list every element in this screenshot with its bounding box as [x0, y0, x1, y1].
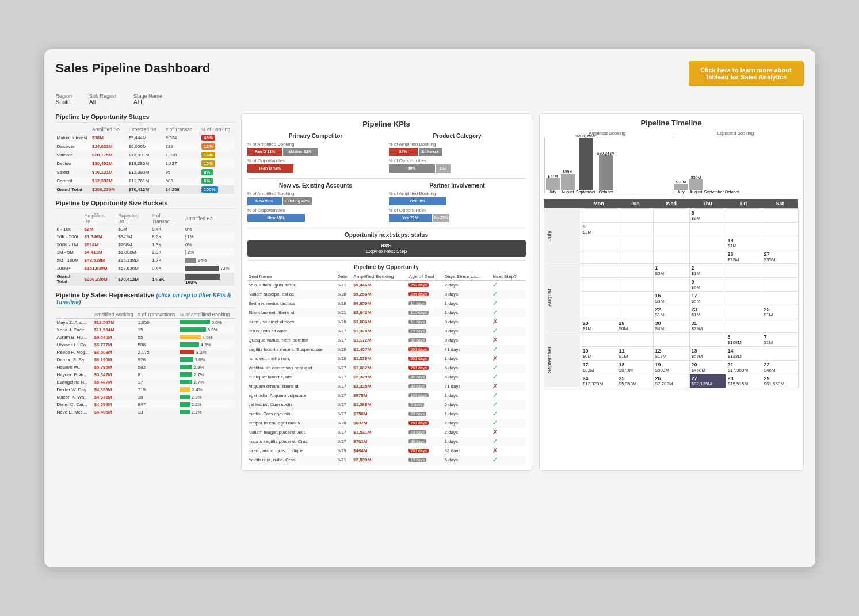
rep-name[interactable]: Reece P. Mcg...	[56, 349, 93, 356]
calendar-day	[762, 319, 798, 332]
top-bar: Sales Pipeline Dashboard Click here to l…	[56, 61, 804, 86]
region-filter[interactable]: Region South	[56, 93, 72, 105]
calendar-day[interactable]: 27$35M	[762, 250, 798, 263]
calendar-day[interactable]: 10$0M	[581, 346, 617, 360]
dashboard-container: Sales Pipeline Dashboard Click here to l…	[44, 49, 815, 567]
calendar-day[interactable]: 17$83M	[581, 360, 617, 374]
opp-amp: $4,850M	[352, 299, 407, 308]
calendar-day[interactable]: 17$5M	[689, 291, 726, 305]
opp-date: 9/27	[336, 428, 352, 437]
calendar-day[interactable]: 22$1M	[653, 305, 689, 319]
rep-name[interactable]: Maya Z. And...	[56, 318, 93, 326]
calendar-day	[617, 332, 653, 346]
bar-oct-amp: $70,343M October	[597, 151, 615, 194]
opp-name: lorem, sit amet ultrices	[247, 317, 337, 327]
opp-next: ✗	[491, 336, 525, 345]
bucket-trans: 1.3K	[151, 241, 184, 248]
calendar-day[interactable]: 29$61,668M	[762, 374, 798, 388]
opp-name: nunc est, mollis non,	[247, 354, 337, 364]
rep-name[interactable]: Hayden E. Ar...	[56, 371, 93, 378]
bucket-amp: $206,230M	[83, 273, 117, 286]
calendar-day[interactable]: 2$1M	[689, 263, 726, 277]
opp-days-since: 8 days	[443, 290, 491, 299]
cta-button[interactable]: Click here to learn more about Tableau f…	[689, 61, 804, 86]
rep-trans: 719	[137, 386, 179, 393]
calendar-day	[617, 305, 653, 319]
amplified-bars: $77M July $99M August $206,053M S	[544, 137, 670, 194]
calendar-day[interactable]: 20$458M	[689, 360, 726, 374]
calendar-day[interactable]: 23$1M	[689, 305, 726, 319]
calendar-day	[762, 277, 798, 291]
calendar-day[interactable]: 16$0M	[653, 291, 689, 305]
calendar-day[interactable]: 26$7,702M	[653, 374, 689, 388]
subregion-label: Sub Region	[89, 93, 116, 99]
calendar-day[interactable]: 28$1M	[581, 319, 617, 332]
calendar-day[interactable]: 5$9M	[689, 208, 726, 222]
calendar-day[interactable]: 24$12,329M	[581, 374, 617, 388]
calendar-day[interactable]: 11$1M	[617, 346, 653, 360]
calendar-day[interactable]: 6$108M	[726, 332, 762, 346]
opp-name: tellus justo sit amet	[247, 327, 337, 336]
rep-name[interactable]: Dieter C. Car...	[56, 401, 93, 408]
calendar-day[interactable]: 7$1M	[762, 332, 798, 346]
timeline-panel: Pipeline Timeline Amplified Booking $77M…	[539, 113, 804, 471]
calendar-day[interactable]: 27$82,135M	[689, 374, 726, 388]
rep-trans: 1,056	[137, 318, 179, 326]
opp-date: 9/29	[336, 345, 352, 354]
rep-name[interactable]: Ulysses H. Ca...	[56, 341, 93, 349]
calendar-day[interactable]: 18$670M	[617, 360, 653, 374]
opp-next: ✓	[491, 299, 525, 308]
rep-name[interactable]: Evangeline N...	[56, 378, 93, 386]
calendar-day[interactable]: 13$59M	[689, 346, 726, 360]
rep-name[interactable]: Damon S. Sa...	[56, 356, 93, 364]
primary-competitor-title: Primary Competitor	[247, 133, 384, 139]
new-existing-section: New vs. Existing Accounts % of Amplified…	[247, 182, 384, 223]
calendar-day[interactable]: 29$0M	[617, 319, 653, 332]
opp-age: 29 days	[407, 327, 443, 336]
rep-name[interactable]: Macon K. Wa...	[56, 393, 93, 401]
opp-age: 19 days	[407, 456, 443, 465]
bucket-amp: $1,346M	[83, 233, 117, 241]
calendar-day[interactable]: 26$29M	[726, 250, 762, 263]
subregion-filter[interactable]: Sub Region All	[89, 93, 116, 105]
rep-name[interactable]: Xena J. Pace	[56, 326, 93, 334]
bucket-trans: 0.4K	[151, 265, 184, 273]
calendar-day[interactable]: 9$2M	[581, 222, 617, 236]
stage-filter[interactable]: Stage Name ALL	[133, 93, 162, 105]
rep-trans: 2,175	[137, 349, 179, 356]
kpi-panel: Pipeline KPIs Primary Competitor % of Am…	[241, 113, 532, 471]
opp-next: ✓	[491, 308, 525, 317]
calendar-day[interactable]: 19$583M	[653, 360, 689, 374]
opp-next: ✓	[491, 391, 525, 400]
calendar-day[interactable]: 22$46M	[762, 360, 798, 374]
calendar-day[interactable]: 25$5,358M	[617, 374, 653, 388]
rep-name[interactable]: Avram B. Hu...	[56, 334, 93, 341]
bucket-amp: $914M	[83, 241, 117, 248]
calendar-day[interactable]: 30$4M	[653, 319, 689, 332]
opp-age: 5 days	[407, 400, 443, 410]
calendar-day[interactable]: 1$0M	[653, 263, 689, 277]
calendar-day[interactable]: 21$17,989M	[726, 360, 762, 374]
rep-pct: 2.7%	[178, 378, 234, 386]
opp-amp: $2,325M	[352, 382, 407, 391]
bucket-amp: $4,411M	[83, 248, 117, 257]
rep-name[interactable]: Dexter W. Day	[56, 386, 93, 393]
rep-pct: 2.2%	[178, 401, 234, 408]
calendar-day[interactable]: 25$1M	[762, 305, 798, 319]
rep-name[interactable]: Howard W...	[56, 364, 93, 371]
rep-name[interactable]: Neve E. Mccl...	[56, 408, 93, 416]
stage-trans: 299	[165, 142, 201, 151]
opp-amp: $761M	[352, 437, 407, 446]
opp-age: 250 days	[407, 280, 443, 290]
calendar-day	[581, 236, 617, 250]
rep-amp: $5,647M	[93, 371, 136, 378]
stage-amp: $24,023M	[91, 142, 128, 151]
calendar-day[interactable]: 19$1M	[726, 236, 762, 250]
calendar-day[interactable]: 14$133M	[726, 346, 762, 360]
opportunity-table: Deal Name Date Amplified Booking Age of …	[247, 273, 526, 465]
calendar-day[interactable]: 28$15,515M	[726, 374, 762, 388]
calendar-day[interactable]: 12$17M	[653, 346, 689, 360]
calendar-day[interactable]: 9$6M	[689, 277, 726, 291]
calendar-day[interactable]: 31$79M	[689, 319, 726, 332]
product-category-section: Product Category % of Amplified Booking …	[389, 133, 526, 174]
